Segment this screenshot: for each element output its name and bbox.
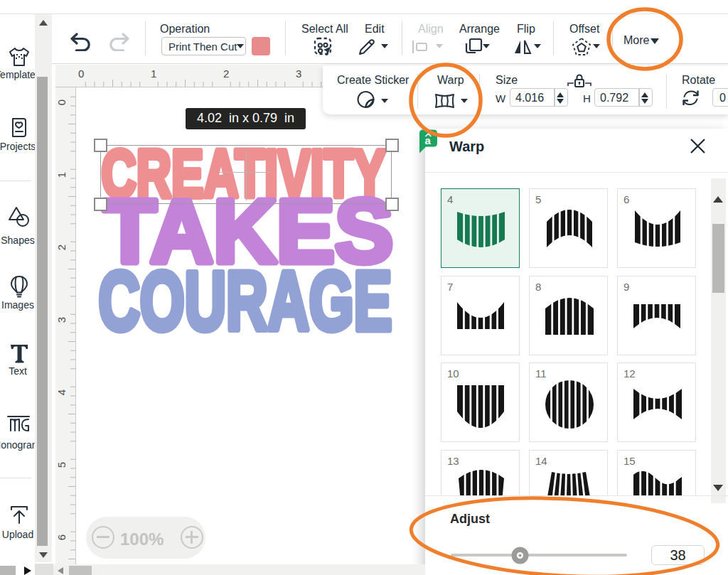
svg-text:6: 6 xyxy=(55,534,68,540)
svg-text:3: 3 xyxy=(55,317,68,323)
svg-text:4: 4 xyxy=(55,389,68,395)
svg-text:0: 0 xyxy=(55,100,68,105)
svg-text:1: 1 xyxy=(151,68,156,80)
svg-text:0: 0 xyxy=(78,68,84,80)
svg-text:2: 2 xyxy=(55,244,68,250)
svg-text:3: 3 xyxy=(296,68,301,80)
svg-text:COURAGE: COURAGE xyxy=(99,254,392,348)
svg-text:5: 5 xyxy=(55,462,68,468)
svg-text:1: 1 xyxy=(55,172,68,178)
svg-text:2: 2 xyxy=(223,68,229,80)
